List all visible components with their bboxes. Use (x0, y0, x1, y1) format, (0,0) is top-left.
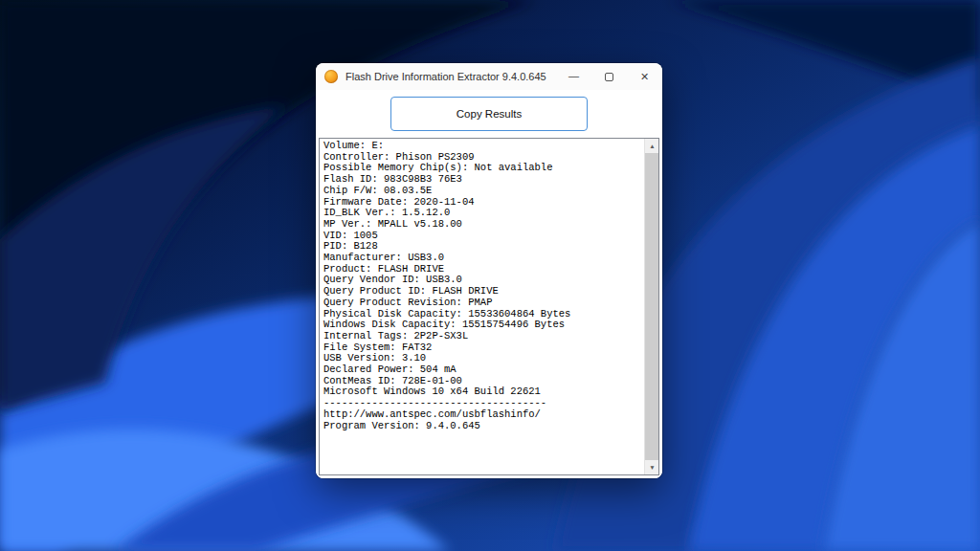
app-icon (324, 70, 338, 83)
close-button[interactable]: ✕ (627, 63, 662, 90)
window-controls: — ✕ (556, 63, 662, 90)
desktop: Flash Drive Information Extractor 9.4.0.… (0, 0, 980, 551)
scroll-down-icon[interactable]: ▼ (645, 460, 659, 474)
report-text: Volume: E: Controller: Phison PS2309 Pos… (320, 139, 643, 474)
minimize-icon: — (568, 71, 579, 81)
window-client-area: Copy Results Volume: E: Controller: Phis… (316, 90, 662, 478)
scrollbar-thumb[interactable] (645, 153, 659, 460)
copy-results-button[interactable]: Copy Results (390, 97, 588, 131)
button-strip: Copy Results (316, 90, 662, 138)
vertical-scrollbar[interactable]: ▲ ▼ (644, 139, 658, 474)
minimize-button[interactable]: — (556, 63, 591, 90)
scroll-up-icon[interactable]: ▲ (645, 139, 659, 153)
window-title: Flash Drive Information Extractor 9.4.0.… (345, 71, 556, 82)
maximize-button[interactable] (591, 63, 627, 90)
app-window: Flash Drive Information Extractor 9.4.0.… (316, 63, 662, 478)
close-icon: ✕ (640, 72, 649, 82)
maximize-icon (605, 73, 613, 81)
titlebar[interactable]: Flash Drive Information Extractor 9.4.0.… (316, 63, 662, 90)
report-textbox[interactable]: Volume: E: Controller: Phison PS2309 Pos… (319, 138, 659, 475)
